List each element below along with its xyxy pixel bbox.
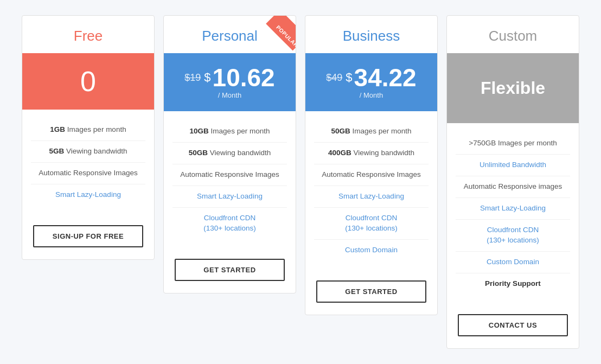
price-old-personal: $19 [184,72,201,84]
feature-personal-3: Automatic Responsive Images [172,164,287,186]
price-currency-personal: $ [204,72,210,84]
plan-card-free: Free 0 1GB Images per month 5GB Viewing … [22,15,155,260]
price-old-business: $49 [326,72,342,84]
plan-name-business: Business [305,16,437,53]
feature-custom-1: >750GB Images per month [456,133,570,155]
feature-custom-6: Custom Domain [456,252,570,273]
feature-custom-5: Cloudfront CDN(130+ locations) [456,220,570,252]
feature-business-1: 50GB Images per month [314,121,429,143]
price-currency-business: $ [346,72,352,84]
plan-name-custom: Custom [447,16,579,53]
cta-button-personal[interactable]: GET STARTED [175,259,285,281]
popular-ribbon: POPULAR [266,16,296,50]
feature-personal-4: Smart Lazy-Loading [172,186,287,208]
pricing-section: Free 0 1GB Images per month 5GB Viewing … [0,4,601,359]
cta-area-personal: GET STARTED [164,249,296,293]
feature-personal-5: Cloudfront CDN(130+ locations) [172,208,287,239]
plan-card-custom: Custom Flexible >750GB Images per month … [446,15,579,348]
flexible-text: Flexible [452,65,573,111]
features-personal: 10GB Images per month 50GB Viewing bandw… [164,111,296,248]
cta-area-free: SIGN-UP FOR FREE [22,215,154,259]
feature-custom-2: Unlimited Bandwidth [456,155,570,176]
feature-free-4: Smart Lazy-Loading [31,184,145,206]
plan-name-free: Free [22,16,154,53]
cta-area-business: GET STARTED [305,271,437,315]
feature-personal-2: 50GB Viewing bandwidth [172,143,287,164]
plan-card-personal: POPULAR Personal $19 $ 10.62 / Month 10G… [163,15,296,293]
price-box-free: 0 [22,53,154,110]
features-custom: >750GB Images per month Unlimited Bandwi… [447,123,579,304]
price-box-custom: Flexible [447,53,579,123]
cta-button-custom[interactable]: CONTACT US [458,314,568,336]
feature-free-1: 1GB Images per month [31,119,145,141]
feature-business-2: 400GB Viewing bandwidth [314,143,429,164]
cta-area-custom: CONTACT US [447,304,579,348]
price-main-personal: $19 $ 10.62 [169,65,290,90]
free-price-value: 0 [80,66,96,97]
price-period-business: / Month [311,91,432,99]
feature-business-6: Custom Domain [314,240,429,261]
price-amount-personal: 10.62 [213,65,275,90]
cta-button-business[interactable]: GET STARTED [316,280,426,303]
plan-card-business: Business $49 $ 34.22 / Month 50GB Images… [305,15,438,315]
price-box-business: $49 $ 34.22 / Month [305,53,437,111]
features-free: 1GB Images per month 5GB Viewing bandwid… [22,110,154,215]
feature-custom-7: Priority Support [456,273,570,295]
cta-button-free[interactable]: SIGN-UP FOR FREE [33,225,143,247]
feature-free-2: 5GB Viewing bandwidth [31,141,145,163]
features-business: 50GB Images per month 400GB Viewing band… [305,111,437,270]
feature-business-5: Cloudfront CDN(130+ locations) [314,208,429,240]
price-amount-business: 34.22 [354,65,417,90]
feature-custom-3: Automatic Responsive images [456,176,570,198]
price-main-business: $49 $ 34.22 [311,65,432,90]
feature-free-3: Automatic Responsive Images [31,163,145,184]
feature-custom-4: Smart Lazy-Loading [456,198,570,220]
feature-personal-1: 10GB Images per month [172,121,287,143]
price-box-personal: $19 $ 10.62 / Month [164,53,296,111]
ribbon-wrapper: POPULAR [258,16,296,54]
feature-business-4: Smart Lazy-Loading [314,186,429,208]
feature-business-3: Automatic Responsive Images [314,164,429,186]
price-period-personal: / Month [169,91,290,99]
